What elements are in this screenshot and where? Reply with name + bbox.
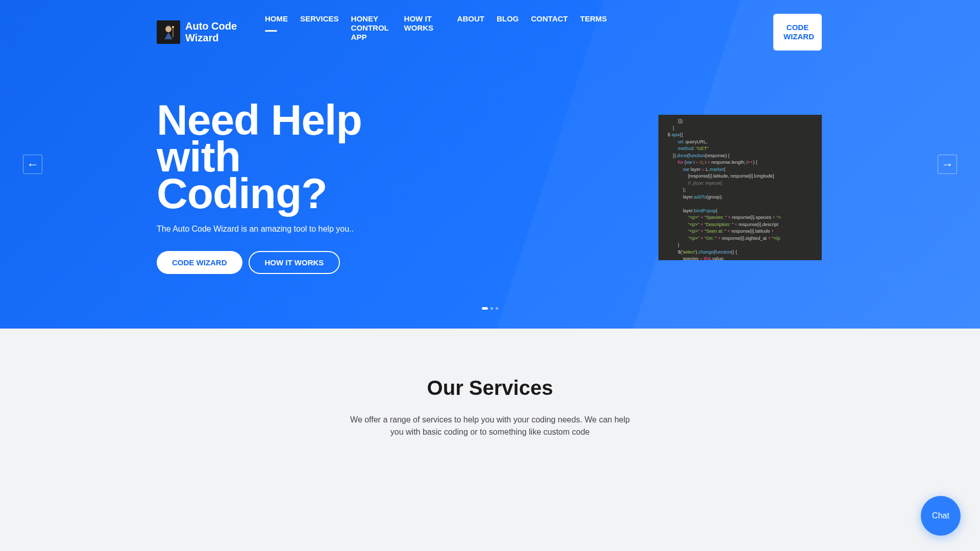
svg-rect-1 (173, 27, 174, 37)
slider-prev-button[interactable]: ← (23, 155, 42, 174)
logo-area[interactable]: Auto Code Wizard (157, 20, 241, 44)
hero-secondary-button[interactable]: HOW IT WORKS (249, 251, 340, 274)
slider-dot-2[interactable] (491, 307, 493, 310)
slider-next-button[interactable]: → (938, 155, 957, 174)
hero-image-column: }]); } $ ajax({ url: queryURL, method: "… (371, 115, 822, 260)
nav-item-services[interactable]: SERVICES (300, 14, 339, 32)
logo-icon (157, 20, 180, 44)
nav-item-contact[interactable]: CONTACT (531, 14, 568, 32)
nav-menu: HOME SERVICES HONEY CONTROL APP HOW IT W… (265, 14, 773, 50)
services-title: Our Services (0, 377, 980, 399)
brand-name: Auto Code Wizard (185, 20, 241, 44)
hero-primary-button[interactable]: CODE WIZARD (157, 251, 242, 274)
arrow-left-icon: ← (27, 157, 39, 171)
arrow-right-icon: → (941, 157, 953, 171)
nav-item-honey-control-app[interactable]: HONEY CONTROL APP (351, 14, 392, 50)
hero-text-column: Need Help with Coding? The Auto Code Wiz… (157, 102, 371, 274)
slider-dot-1[interactable] (482, 307, 488, 310)
nav-bar: Auto Code Wizard HOME SERVICES HONEY CON… (0, 0, 980, 51)
hero-subtitle: The Auto Code Wizard is an amazing tool … (157, 224, 371, 234)
hero-body: Need Help with Coding? The Auto Code Wiz… (0, 51, 980, 274)
nav-item-about[interactable]: ABOUT (457, 14, 484, 32)
nav-item-home[interactable]: HOME (265, 14, 288, 32)
hero-title: Need Help with Coding? (157, 102, 371, 212)
nav-item-how-it-works[interactable]: HOW IT WORKS (404, 14, 445, 41)
hero-section: Auto Code Wizard HOME SERVICES HONEY CON… (0, 0, 980, 329)
slider-dots (482, 307, 498, 310)
services-subtitle: We offer a range of services to help you… (347, 414, 633, 438)
svg-point-2 (172, 26, 174, 28)
svg-point-0 (165, 26, 172, 32)
nav-item-blog[interactable]: BLOG (497, 14, 519, 32)
services-section: Our Services We offer a range of service… (0, 329, 980, 464)
nav-item-terms[interactable]: TERMS (580, 14, 607, 32)
nav-cta-button[interactable]: CODE WIZARD (773, 14, 822, 51)
slider-dot-3[interactable] (496, 307, 498, 310)
code-screenshot: }]); } $ ajax({ url: queryURL, method: "… (658, 115, 822, 260)
hero-buttons: CODE WIZARD HOW IT WORKS (157, 251, 371, 274)
